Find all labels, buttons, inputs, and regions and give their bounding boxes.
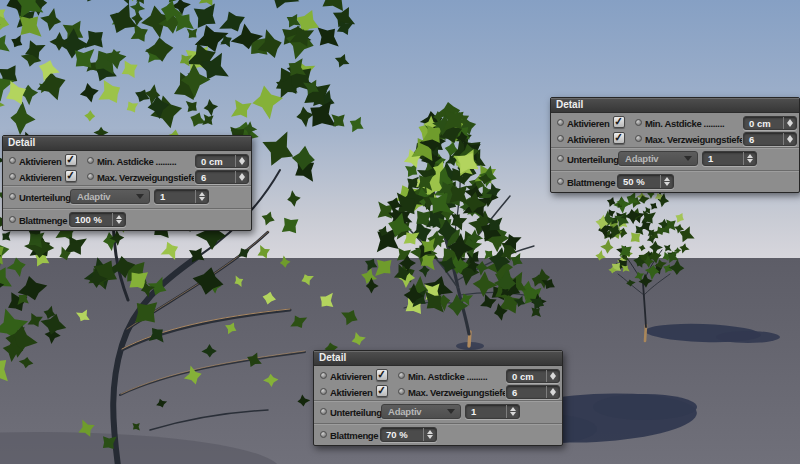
param-dot[interactable] [557,178,564,185]
unterteilung-dropdown[interactable]: Adaptiv [381,404,461,419]
panel-titlebar[interactable]: Detail [551,98,799,113]
spin-up-icon[interactable] [427,430,433,434]
min-astdicke-field[interactable]: 0 cm [506,369,560,383]
spin-up-icon[interactable] [747,154,753,158]
unterteilung-field[interactable]: 1 [465,404,520,419]
unterteilung-field[interactable]: 1 [702,151,757,166]
param-dot[interactable] [398,372,405,379]
spin-down-icon[interactable] [239,177,245,181]
param-dot[interactable] [398,388,405,395]
spinner-arrows[interactable] [112,213,125,226]
param-dot[interactable] [9,193,16,200]
unterteilung-field[interactable]: 1 [154,189,209,204]
unterteilung-value[interactable]: 1 [466,405,506,418]
unterteilung-dropdown[interactable]: Adaptiv [70,189,150,204]
unterteilung-dropdown-value[interactable]: Adaptiv [71,191,136,202]
spin-down-icon[interactable] [427,435,433,439]
spinner-arrows[interactable] [506,405,519,418]
min-astdicke-field[interactable]: 0 cm [195,154,249,168]
spinner-arrows[interactable] [195,190,208,203]
panel-body: Aktivieren ✓ Min. Astdicke ......... 0 c… [3,151,251,230]
param-dot[interactable] [87,173,94,180]
aktivieren-checkbox[interactable]: ✓ [613,132,625,144]
spin-up-icon[interactable] [199,192,205,196]
param-dot[interactable] [320,408,327,415]
max-verzweigungstiefe-label: Max. Verzweigungstiefe [97,172,194,183]
spinner-arrows[interactable] [783,117,796,129]
aktivieren-label: Aktivieren [19,156,65,167]
blattmenge-field[interactable]: 50 % [617,174,674,189]
detail-panel-top-right: Detail Aktivieren ✓ Min. Astdicke ......… [550,97,800,193]
spin-down-icon[interactable] [199,197,205,201]
panel-titlebar[interactable]: Detail [314,351,562,366]
spin-down-icon[interactable] [787,123,793,127]
param-dot[interactable] [9,157,16,164]
spinner-arrows[interactable] [546,370,559,382]
min-astdicke-value[interactable]: 0 cm [196,155,235,167]
param-dot[interactable] [320,431,327,438]
spin-up-icon[interactable] [664,177,670,181]
blattmenge-value[interactable]: 70 % [381,428,423,441]
detail-panel-bottom: Detail Aktivieren ✓ Min. Astdicke ......… [313,350,563,446]
separator [314,400,562,402]
param-dot[interactable] [9,216,16,223]
param-dot[interactable] [635,119,642,126]
max-verzweigungstiefe-value[interactable]: 6 [507,386,546,398]
param-dot[interactable] [9,173,16,180]
aktivieren-checkbox[interactable]: ✓ [65,154,77,166]
param-dot[interactable] [557,155,564,162]
spin-down-icon[interactable] [787,139,793,143]
param-dot[interactable] [320,372,327,379]
unterteilung-dropdown[interactable]: Adaptiv [618,151,698,166]
param-dot[interactable] [320,388,327,395]
blattmenge-field[interactable]: 100 % [69,212,126,227]
min-astdicke-value[interactable]: 0 cm [507,370,546,382]
spin-down-icon[interactable] [239,161,245,165]
min-astdicke-field[interactable]: 0 cm [743,116,797,130]
spin-down-icon[interactable] [510,412,516,416]
spinner-arrows[interactable] [235,171,248,183]
aktivieren-checkbox[interactable]: ✓ [65,170,77,182]
spinner-arrows[interactable] [546,386,559,398]
spin-down-icon[interactable] [550,376,556,380]
unterteilung-dropdown-value[interactable]: Adaptiv [382,406,447,417]
aktivieren-checkbox[interactable]: ✓ [376,369,388,381]
unterteilung-dropdown-value[interactable]: Adaptiv [619,153,684,164]
aktivieren-label: Aktivieren [19,172,65,183]
param-dot[interactable] [87,157,94,164]
spin-down-icon[interactable] [550,392,556,396]
panel-titlebar[interactable]: Detail [3,136,251,151]
max-verzweigungstiefe-field[interactable]: 6 [743,132,797,146]
blattmenge-field[interactable]: 70 % [380,427,437,442]
blattmenge-value[interactable]: 100 % [70,213,112,226]
panel-title: Detail [8,137,35,148]
check-icon: ✓ [376,368,387,382]
spin-down-icon[interactable] [664,182,670,186]
max-verzweigungstiefe-field[interactable]: 6 [195,170,249,184]
unterteilung-value[interactable]: 1 [155,190,195,203]
param-dot[interactable] [557,135,564,142]
spin-up-icon[interactable] [510,407,516,411]
row-blattmenge: Blattmenge 50 % [551,174,799,190]
spin-down-icon[interactable] [116,220,122,224]
min-astdicke-value[interactable]: 0 cm [744,117,783,129]
aktivieren-checkbox[interactable]: ✓ [376,385,388,397]
unterteilung-value[interactable]: 1 [703,152,743,165]
spinner-arrows[interactable] [743,152,756,165]
detail-panel-left: Detail Aktivieren ✓ Min. Astdicke ......… [2,135,252,231]
spinner-arrows[interactable] [783,133,796,145]
blattmenge-label: Blattmenge [567,177,619,188]
row-unterteilung: Unterteilung Adaptiv 1 [551,151,799,167]
param-dot[interactable] [557,119,564,126]
max-verzweigungstiefe-value[interactable]: 6 [744,133,783,145]
blattmenge-value[interactable]: 50 % [618,175,660,188]
spin-up-icon[interactable] [116,215,122,219]
spinner-arrows[interactable] [423,428,436,441]
max-verzweigungstiefe-value[interactable]: 6 [196,171,235,183]
max-verzweigungstiefe-field[interactable]: 6 [506,385,560,399]
spinner-arrows[interactable] [235,155,248,167]
spinner-arrows[interactable] [660,175,673,188]
aktivieren-checkbox[interactable]: ✓ [613,116,625,128]
spin-down-icon[interactable] [747,159,753,163]
param-dot[interactable] [635,135,642,142]
